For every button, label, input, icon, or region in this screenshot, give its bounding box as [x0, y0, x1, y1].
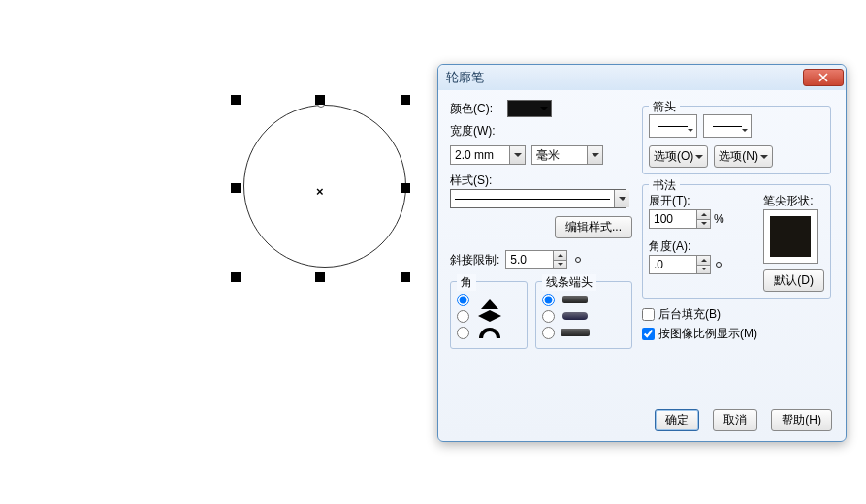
- width-value: 2.0 mm: [455, 148, 494, 162]
- degree-icon: [575, 257, 581, 263]
- nib-square-icon: [770, 216, 811, 257]
- behind-fill-checkbox[interactable]: [642, 308, 655, 321]
- canvas-area[interactable]: ×: [0, 0, 436, 504]
- dialog-footer: 确定 取消 帮助(H): [438, 409, 846, 431]
- ellipse-object[interactable]: [243, 105, 406, 268]
- width-label: 宽度(W):: [450, 123, 503, 140]
- scale-with-image-checkbox-row: 按图像比例显示(M): [642, 326, 831, 342]
- nib-shape-preview[interactable]: [763, 209, 818, 264]
- outline-pen-dialog: 轮廓笔 颜色(C): 宽度(W): 2.0 mm 毫米: [437, 64, 847, 442]
- dialog-title: 轮廓笔: [446, 69, 803, 86]
- spinner-up-icon[interactable]: [696, 256, 710, 266]
- behind-fill-label: 后台填充(B): [658, 306, 721, 323]
- behind-fill-checkbox-row: 后台填充(B): [642, 306, 831, 323]
- scale-with-image-checkbox[interactable]: [642, 328, 655, 340]
- object-center-marker: ×: [316, 184, 324, 199]
- angle-value[interactable]: [650, 256, 696, 273]
- corner-bevel-icon: [475, 326, 504, 339]
- start-arrow-options-button[interactable]: 选项(O): [649, 145, 708, 168]
- edit-style-button[interactable]: 编辑样式...: [555, 216, 632, 238]
- percent-label: %: [714, 212, 724, 226]
- chevron-down-icon: [760, 155, 768, 163]
- miter-value[interactable]: [506, 251, 553, 268]
- start-arrow-picker[interactable]: [649, 114, 697, 138]
- cap-square-radio[interactable]: [542, 327, 555, 339]
- stretch-value[interactable]: [650, 210, 696, 228]
- corner-miter-radio[interactable]: [457, 294, 469, 306]
- stretch-label: 展开(T):: [649, 193, 754, 209]
- chevron-down-icon: [695, 155, 703, 163]
- line-caps-group: 线条端头: [535, 281, 632, 349]
- titlebar[interactable]: 轮廓笔: [438, 65, 846, 90]
- handle-top-right[interactable]: [401, 95, 410, 105]
- scale-with-image-label: 按图像比例显示(M): [658, 326, 757, 342]
- corner-bevel-radio[interactable]: [457, 327, 469, 339]
- handle-top-center[interactable]: [315, 95, 325, 105]
- angle-spinner[interactable]: [649, 255, 711, 274]
- arrows-title: 箭头: [649, 99, 680, 115]
- arrow-none-icon: [713, 126, 742, 127]
- cap-round-icon: [561, 309, 590, 323]
- close-button[interactable]: [803, 69, 844, 86]
- line-style-combo[interactable]: [450, 189, 626, 208]
- handle-middle-left[interactable]: [231, 183, 241, 193]
- spinner-up-icon[interactable]: [553, 251, 566, 261]
- cancel-button[interactable]: 取消: [713, 409, 757, 431]
- caps-title: 线条端头: [542, 274, 596, 291]
- corners-group: 角: [450, 281, 528, 349]
- chevron-down-icon[interactable]: [614, 190, 629, 207]
- handle-bottom-right[interactable]: [401, 272, 410, 282]
- calligraphy-group: 书法 展开(T): % 角度(A):: [642, 184, 831, 299]
- corner-miter-icon: [475, 293, 504, 306]
- handle-middle-right[interactable]: [401, 183, 410, 193]
- close-icon: [818, 73, 828, 82]
- degree-icon: [716, 262, 722, 268]
- width-combo[interactable]: 2.0 mm: [450, 145, 526, 165]
- chevron-down-icon[interactable]: [587, 146, 602, 164]
- handle-top-left[interactable]: [231, 95, 241, 105]
- handle-bottom-left[interactable]: [231, 272, 241, 282]
- default-button[interactable]: 默认(D): [763, 269, 824, 292]
- width-unit: 毫米: [536, 147, 560, 164]
- spinner-down-icon[interactable]: [553, 261, 566, 269]
- ok-button[interactable]: 确定: [655, 409, 699, 431]
- cap-square-icon: [561, 326, 590, 339]
- spinner-down-icon[interactable]: [696, 220, 710, 229]
- style-label: 样式(S):: [450, 173, 632, 189]
- nib-label: 笔尖形状:: [763, 193, 824, 209]
- width-unit-combo[interactable]: 毫米: [531, 145, 603, 165]
- corner-round-icon: [475, 309, 504, 323]
- color-picker[interactable]: [507, 100, 552, 117]
- cap-flat-icon: [561, 293, 590, 306]
- calligraphy-title: 书法: [649, 177, 680, 194]
- end-arrow-options-button[interactable]: 选项(N): [714, 145, 773, 168]
- angle-label: 角度(A):: [649, 238, 754, 255]
- cap-flat-radio[interactable]: [542, 294, 555, 306]
- color-label: 颜色(C):: [450, 101, 503, 117]
- corner-round-radio[interactable]: [457, 310, 469, 323]
- arrow-none-icon: [658, 126, 688, 127]
- stretch-spinner[interactable]: [649, 209, 711, 229]
- miter-label: 斜接限制:: [450, 252, 499, 268]
- chevron-down-icon[interactable]: [509, 146, 525, 164]
- cap-round-radio[interactable]: [542, 310, 555, 323]
- solid-line-icon: [455, 199, 610, 200]
- handle-bottom-center[interactable]: [315, 272, 325, 282]
- arrows-group: 箭头 选项(O) 选项(N): [642, 106, 831, 174]
- help-button[interactable]: 帮助(H): [771, 409, 832, 431]
- miter-limit-spinner[interactable]: [505, 250, 567, 269]
- spinner-up-icon[interactable]: [696, 210, 710, 220]
- end-arrow-picker[interactable]: [703, 114, 752, 138]
- spinner-down-icon[interactable]: [696, 266, 710, 274]
- corners-title: 角: [457, 274, 476, 291]
